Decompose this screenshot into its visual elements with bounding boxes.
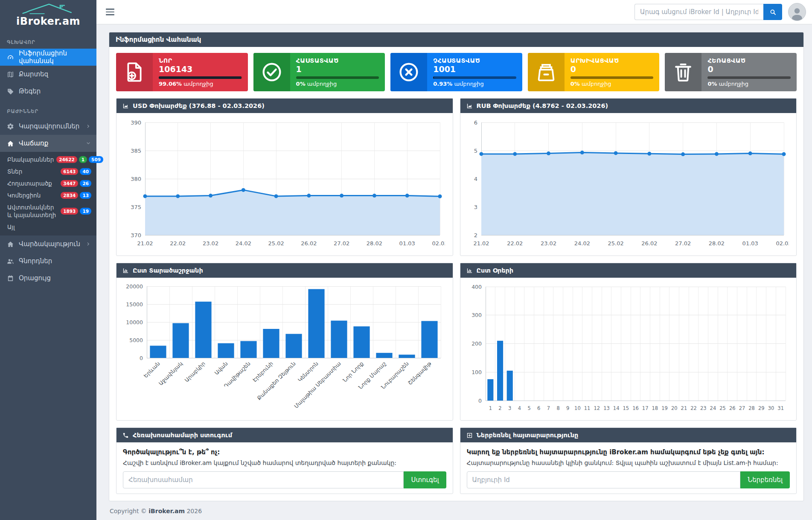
svg-text:21.02: 21.02 bbox=[473, 240, 489, 247]
sidebar-item[interactable]: Քարտեզ bbox=[0, 66, 96, 83]
svg-text:15: 15 bbox=[623, 405, 629, 411]
svg-text:23.02: 23.02 bbox=[540, 240, 556, 247]
search-icon bbox=[769, 9, 777, 16]
sidebar-submenu: Բնակարաններ246221509Տներ614340Հողատարածք… bbox=[0, 152, 96, 235]
badge-group: 189319 bbox=[61, 208, 91, 215]
stat-percent: 0.93% ամբողջից bbox=[433, 81, 516, 87]
svg-text:20000: 20000 bbox=[126, 283, 143, 290]
svg-text:Կենտրոն: Կենտրոն bbox=[297, 360, 320, 383]
sidebar-item-label: Վաճառք bbox=[19, 139, 81, 147]
stat-card[interactable]: ՉՀԱՍՏԱՏՎԱԾ10010.93% ամբողջից bbox=[390, 53, 522, 91]
stat-percent: 0% ամբողջից bbox=[570, 81, 654, 87]
svg-text:24: 24 bbox=[710, 405, 716, 411]
copyright-prefix: Copyright © bbox=[110, 508, 148, 514]
svg-text:25.02: 25.02 bbox=[608, 240, 623, 247]
sidebar-subitem[interactable]: Բնակարաններ246221509 bbox=[0, 154, 96, 166]
svg-text:25.02: 25.02 bbox=[268, 240, 284, 247]
stat-label: ՀԱՍՏԱՏՎԱԾ bbox=[296, 57, 379, 64]
sidebar-item[interactable]: Թեգեր bbox=[0, 83, 96, 100]
svg-text:5000: 5000 bbox=[129, 337, 143, 343]
sidebar-subitem[interactable]: Կոմերցիոն283413 bbox=[0, 189, 96, 201]
sidebar-subitem[interactable]: Տներ614340 bbox=[0, 166, 96, 177]
quick-search-group bbox=[634, 4, 782, 20]
source-id-input[interactable] bbox=[467, 471, 741, 488]
sidebar-item[interactable]: Ինֆորմացիոն վահանակ bbox=[0, 49, 96, 66]
svg-text:370: 370 bbox=[131, 232, 141, 238]
sidebar-item-label: Կարգավորումներ bbox=[19, 122, 81, 130]
badge-group: 344726 bbox=[61, 180, 91, 187]
svg-text:22.02: 22.02 bbox=[507, 240, 523, 247]
stat-card[interactable]: ՀԵՌԱՑՎԱԾ00% ամբողջից bbox=[665, 53, 797, 91]
sidebar-subitem[interactable]: Հողատարածք344726 bbox=[0, 177, 96, 189]
stat-value: 0 bbox=[707, 64, 791, 74]
sidebar-item[interactable]: Վաճառք bbox=[0, 135, 96, 152]
chevron-right-icon bbox=[85, 123, 91, 129]
search-button[interactable] bbox=[763, 4, 782, 20]
check-phone-button[interactable]: Ստուգել bbox=[404, 471, 446, 488]
menu-icon[interactable] bbox=[103, 6, 117, 18]
sidebar-item-label: Քարտեզ bbox=[19, 70, 91, 78]
svg-text:28.02: 28.02 bbox=[708, 240, 724, 247]
svg-text:0: 0 bbox=[478, 398, 482, 404]
stat-progress-bar bbox=[570, 76, 654, 79]
svg-text:14: 14 bbox=[613, 405, 619, 411]
sidebar-item[interactable]: Օրացույց bbox=[0, 270, 96, 287]
svg-text:30: 30 bbox=[768, 405, 774, 411]
stat-card[interactable]: ՆՈՐ10614399.06% ամբողջից bbox=[116, 53, 248, 91]
svg-text:Երևան: Երևան bbox=[143, 360, 161, 379]
svg-text:27: 27 bbox=[739, 405, 745, 411]
archive-icon bbox=[535, 61, 558, 84]
usd-panel-title: USD Փոխարժեք (376.88 - 02.03.2026) bbox=[133, 102, 265, 109]
stat-label: ՀԵՌԱՑՎԱԾ bbox=[707, 57, 791, 64]
import-listing-description: Հայտարարությունը հասանելի կլինի ցանկում:… bbox=[467, 459, 790, 466]
svg-text:22.02: 22.02 bbox=[170, 240, 186, 247]
sidebar-item-label: Թեգեր bbox=[19, 87, 91, 95]
sidebar-item[interactable]: Գնորդներ bbox=[0, 253, 96, 270]
svg-text:Աջափնյակ: Աջափնյակ bbox=[157, 360, 184, 387]
footer-brand: iBroker.am bbox=[148, 508, 185, 514]
svg-text:Արաբկիր: Արաբկիր bbox=[183, 360, 207, 383]
quick-search-input[interactable] bbox=[634, 4, 763, 20]
stat-info: ՀԵՌԱՑՎԱԾ00% ամբողջից bbox=[701, 53, 797, 91]
stat-card[interactable]: ԱՐԽԻՎԱՑՎԱԾ00% ամբողջից bbox=[528, 53, 660, 91]
sidebar-item-label: Վարձակալություն bbox=[19, 240, 81, 248]
count-badge: 24622 bbox=[56, 156, 77, 163]
svg-text:2: 2 bbox=[474, 232, 477, 238]
stat-card[interactable]: ՀԱՍՏԱՏՎԱԾ10% ամբողջից bbox=[253, 53, 385, 91]
avatar[interactable] bbox=[788, 3, 806, 21]
sidebar-subitem-label: Բնակարաններ bbox=[7, 156, 54, 163]
logo[interactable]: iBroker.am bbox=[0, 0, 96, 31]
count-badge: 6143 bbox=[61, 168, 78, 175]
home-icon bbox=[7, 241, 14, 248]
svg-text:375: 375 bbox=[131, 204, 141, 210]
svg-text:9: 9 bbox=[566, 405, 569, 411]
sidebar-section-header: ԲԱԺԻՆՆԵՐ bbox=[0, 100, 96, 118]
svg-text:27.02: 27.02 bbox=[675, 240, 691, 247]
sidebar-subitem[interactable]: Ավտոտնակներ և կայանատեղի189319 bbox=[0, 201, 96, 221]
svg-text:Նոր Նորք: Նոր Նորք bbox=[341, 360, 364, 383]
sidebar-item-label: Գնորդներ bbox=[19, 257, 91, 265]
logo-text: iBroker.am bbox=[16, 15, 80, 27]
phone-icon bbox=[122, 432, 129, 439]
count-badge: 26 bbox=[80, 180, 91, 187]
sidebar-item[interactable]: Կարգավորումներ bbox=[0, 118, 96, 135]
svg-text:5: 5 bbox=[474, 148, 477, 154]
stat-info: ՀԱՍՏԱՏՎԱԾ10% ամբողջից bbox=[290, 53, 385, 91]
stat-value: 0 bbox=[570, 64, 654, 74]
sidebar-item[interactable]: Վարձակալություն bbox=[0, 235, 96, 253]
svg-text:1: 1 bbox=[489, 405, 492, 411]
count-badge: 3447 bbox=[61, 180, 78, 187]
sidebar-subitem-label: Տներ bbox=[7, 168, 58, 175]
sidebar-subitem[interactable]: Այլ bbox=[0, 221, 96, 233]
chevron-down-icon bbox=[85, 140, 91, 146]
logo-roof-icon bbox=[20, 3, 76, 15]
sidebar-subitem-label: Հողատարածք bbox=[7, 180, 58, 187]
svg-text:6: 6 bbox=[474, 119, 477, 126]
import-button[interactable]: Ներբեռնել bbox=[740, 471, 790, 488]
phone-number-input[interactable] bbox=[123, 471, 404, 488]
import-listing-question: Կարող եք ներբեռնել հայտարարությունը iBro… bbox=[467, 448, 790, 456]
svg-text:26: 26 bbox=[729, 405, 735, 411]
topbar bbox=[96, 0, 812, 24]
svg-text:26.02: 26.02 bbox=[641, 240, 657, 247]
stat-info: ՉՀԱՍՏԱՏՎԱԾ10010.93% ամբողջից bbox=[427, 53, 522, 91]
